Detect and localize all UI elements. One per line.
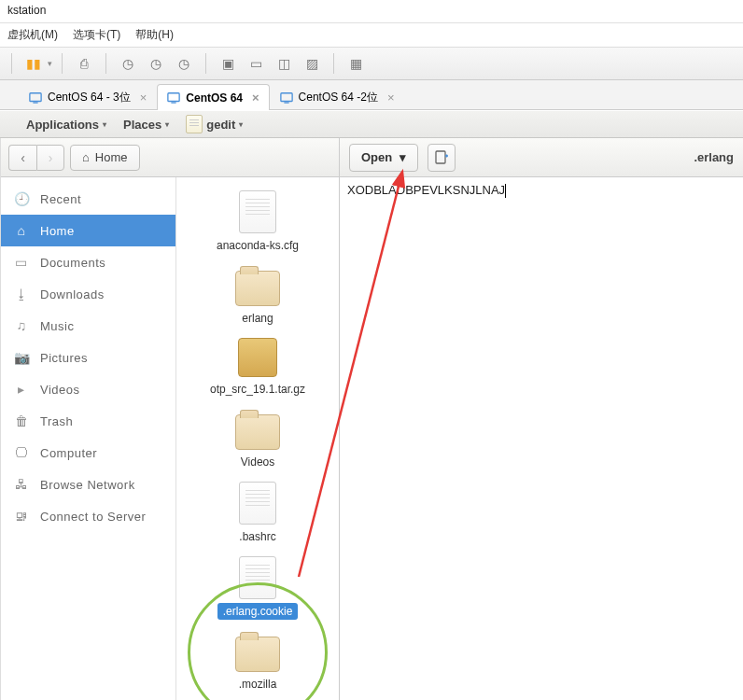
gedit-toolbar: Open ▾ .erlang (340, 138, 743, 177)
sidebar-item-music[interactable]: ♫Music (1, 310, 175, 342)
file-label: Videos (235, 454, 280, 470)
close-icon[interactable]: × (387, 91, 395, 105)
library-icon[interactable]: ▦ (343, 51, 368, 76)
sidebar-icon: ⌂ (14, 223, 29, 238)
clock-settings-icon[interactable]: ◷ (172, 51, 196, 76)
editor-content[interactable]: XODBLADBPEVLKSNJLNAJ (340, 177, 743, 700)
file-item[interactable]: Videos (235, 409, 280, 470)
new-doc-button[interactable] (428, 144, 456, 172)
fullscreen-icon[interactable]: ▭ (244, 51, 268, 76)
sidebar-icon: 🕘 (14, 191, 29, 206)
file-item[interactable]: anaconda-ks.cfg (211, 190, 304, 254)
sidebar-item-label: Browse Network (40, 478, 135, 492)
vm-icon (280, 91, 293, 105)
tab-centos-active[interactable]: CentOS 64 × (157, 84, 269, 110)
snapshot-icon[interactable]: ⎙ (72, 51, 96, 76)
window-title: kstation (0, 0, 743, 22)
home-label: Home (95, 150, 128, 164)
sidebar-item-documents[interactable]: ▭Documents (1, 246, 175, 278)
places-menu[interactable]: Places▾ (123, 118, 169, 132)
chevron-down-icon: ▾ (400, 150, 406, 164)
open-button[interactable]: Open ▾ (349, 144, 418, 172)
tab-centos-3[interactable]: CentOS 64 - 3位 × (19, 84, 157, 110)
sidebar-item-videos[interactable]: ▸Videos (1, 373, 175, 405)
tab-centos-2[interactable]: CentOS 64 -2位 × (270, 84, 405, 110)
sidebar-icon: ⭳ (14, 287, 29, 301)
clock2-icon[interactable]: ◷ (144, 51, 168, 76)
sidebar-icon: ♫ (14, 318, 29, 333)
svg-rect-0 (30, 92, 41, 101)
close-icon[interactable]: × (252, 91, 259, 105)
sidebar-item-label: Connect to Server (40, 510, 146, 524)
unity-icon[interactable]: ◫ (272, 51, 296, 76)
sidebar-icon: 🖵 (14, 445, 29, 460)
sidebar-item-label: Trash (40, 414, 73, 428)
svg-rect-5 (284, 102, 288, 103)
file-manager-window: ‹ › ⌂ Home 🕘Recent⌂Home▭Documents⭳Downlo… (1, 138, 340, 700)
forward-button[interactable]: › (36, 145, 64, 171)
gedit-app-menu[interactable]: gedit▾ (186, 115, 243, 133)
sidebar-item-downloads[interactable]: ⭳Downloads (1, 278, 175, 310)
sidebar-item-computer[interactable]: 🖵Computer (1, 437, 175, 469)
fit-window-icon[interactable]: ▣ (216, 51, 240, 76)
svg-rect-4 (280, 92, 291, 101)
sidebar-item-connect-to-server[interactable]: 🖳Connect to Server (1, 500, 175, 532)
sidebar-item-recent[interactable]: 🕘Recent (1, 183, 175, 215)
menu-help[interactable]: 帮助(H) (135, 27, 174, 43)
file-item[interactable]: .bashrc (233, 482, 281, 545)
svg-rect-2 (168, 92, 179, 101)
folder-icon (235, 637, 280, 672)
folder-icon (235, 271, 280, 306)
file-label: .erlang.cookie (217, 603, 299, 620)
clock1-icon[interactable]: ◷ (116, 51, 140, 76)
sidebar-item-label: Downloads (40, 287, 105, 301)
archive-icon (238, 338, 277, 377)
file-item[interactable]: .mozilla (233, 631, 283, 693)
applications-menu[interactable]: Applications▾ (26, 118, 106, 132)
sidebar-icon: 📷 (14, 350, 29, 365)
svg-rect-1 (33, 102, 37, 103)
menu-tabs[interactable]: 选项卡(T) (73, 27, 120, 43)
sidebar-icon: ▭ (14, 255, 29, 270)
nautilus-toolbar: ‹ › ⌂ Home (1, 138, 339, 177)
home-icon: ⌂ (82, 150, 90, 164)
file-label: erlang (236, 310, 278, 327)
sidebar-item-label: Home (40, 224, 75, 238)
pause-icon[interactable]: ▮▮ (21, 51, 46, 76)
file-grid[interactable]: anaconda-ks.cfgerlangotp_src_19.1.tar.gz… (176, 177, 339, 700)
gedit-window: Open ▾ .erlang XODBLADBPEVLKSNJLNAJ (340, 138, 743, 700)
menu-vm[interactable]: 虚拟机(M) (7, 27, 58, 43)
tab-label: CentOS 64 - 3位 (48, 90, 131, 105)
sidebar-item-label: Videos (40, 383, 80, 397)
vm-toolbar: ▮▮▾ ⎙ ◷ ◷ ◷ ▣ ▭ ◫ ▨ ▦ (0, 47, 743, 80)
vm-tabs: CentOS 64 - 3位 × CentOS 64 × CentOS 64 -… (0, 80, 743, 110)
file-item[interactable]: .erlang.cookie (217, 556, 299, 620)
sidebar-item-label: Computer (40, 446, 97, 460)
sidebar-item-home[interactable]: ⌂Home (1, 215, 175, 246)
tab-label: CentOS 64 -2位 (299, 90, 378, 105)
sidebar-item-label: Recent (40, 192, 81, 206)
gedit-filename: .erlang (694, 150, 734, 164)
file-label: .bashrc (233, 528, 281, 545)
view-icon[interactable]: ▨ (300, 51, 324, 76)
document-icon (239, 190, 276, 233)
svg-rect-3 (172, 102, 176, 103)
open-label: Open (361, 150, 392, 164)
vm-icon (167, 91, 180, 105)
sidebar-item-label: Pictures (40, 351, 88, 365)
file-item[interactable]: erlang (235, 265, 280, 327)
back-button[interactable]: ‹ (8, 145, 36, 171)
sidebar-icon: 🗑 (14, 413, 29, 428)
tab-label: CentOS 64 (186, 91, 243, 105)
path-home-button[interactable]: ⌂ Home (70, 145, 140, 171)
sidebar-item-trash[interactable]: 🗑Trash (1, 405, 175, 437)
file-item[interactable]: otp_src_19.1.tar.gz (204, 338, 311, 398)
folder-icon (235, 414, 280, 450)
nautilus-sidebar: 🕘Recent⌂Home▭Documents⭳Downloads♫Music📷P… (1, 177, 176, 700)
sidebar-item-browse-network[interactable]: 🖧Browse Network (1, 469, 175, 500)
vm-menu-bar: 虚拟机(M) 选项卡(T) 帮助(H) (0, 22, 743, 47)
close-icon[interactable]: × (140, 91, 147, 105)
sidebar-icon: 🖧 (14, 477, 29, 492)
sidebar-item-pictures[interactable]: 📷Pictures (1, 342, 175, 373)
sidebar-icon: ▸ (14, 382, 29, 397)
